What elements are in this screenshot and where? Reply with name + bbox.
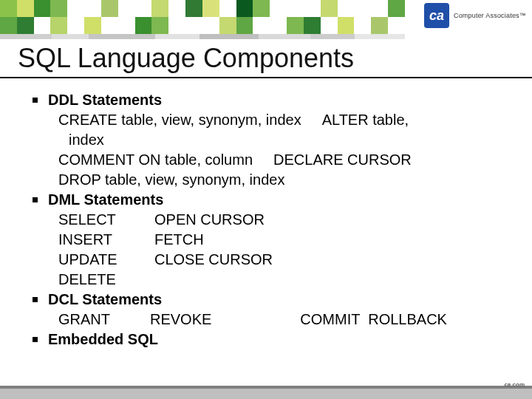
section-heading: DCL Statements — [48, 290, 505, 310]
brand-logo: ca Computer Associates™ — [424, 3, 526, 28]
title-underline — [0, 77, 532, 78]
section-heading: DML Statements — [48, 190, 505, 210]
list-item: DCL Statements GRANTREVOKECOMMIT ROLLBAC… — [33, 290, 505, 330]
section-heading: DDL Statements — [48, 90, 505, 110]
body-line: DROP table, view, synonym, index — [48, 170, 505, 190]
body-line: DELETE — [48, 270, 505, 290]
mosaic-shadow — [0, 34, 405, 39]
body-line: SELECTOPEN CURSOR — [48, 210, 505, 230]
bullet-icon — [33, 98, 38, 103]
body-line: CREATE table, view, synonym, indexALTER … — [48, 110, 505, 130]
ca-logo-icon: ca — [424, 3, 449, 28]
header-band: ca Computer Associates™ — [0, 0, 532, 34]
bullet-icon — [33, 297, 38, 302]
footer-text: ca.com — [504, 381, 525, 388]
bullet-icon — [33, 337, 38, 342]
list-item: DDL Statements CREATE table, view, synon… — [33, 90, 505, 190]
body-line: COMMENT ON table, columnDECLARE CURSOR — [48, 150, 505, 170]
list-item: DML Statements SELECTOPEN CURSOR INSERTF… — [33, 190, 505, 290]
bullet-icon — [33, 197, 38, 202]
list-item: Embedded SQL — [33, 330, 505, 349]
body-line: GRANTREVOKECOMMIT ROLLBACK — [48, 310, 505, 330]
body-line: INSERTFETCH — [48, 230, 505, 250]
body-line: UPDATECLOSE CURSOR — [48, 250, 505, 270]
section-heading: Embedded SQL — [48, 330, 505, 349]
footer-bar — [0, 389, 532, 399]
brand-name: Computer Associates™ — [454, 12, 526, 19]
slide-body: DDL Statements CREATE table, view, synon… — [33, 90, 505, 349]
slide-title: SQL Language Components — [18, 43, 354, 74]
slide: { "brand": { "logo_text": "ca", "company… — [0, 0, 532, 399]
body-line: index — [48, 130, 505, 150]
mosaic-decoration — [0, 0, 405, 34]
